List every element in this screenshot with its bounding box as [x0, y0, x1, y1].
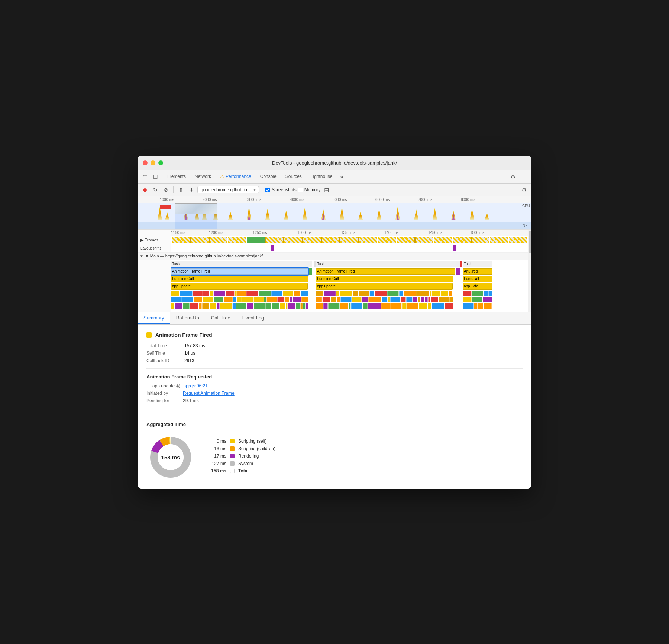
- self-time-label: Self Time: [146, 351, 180, 356]
- legend-label-1: Scripting (children): [238, 446, 275, 451]
- flame-section: Task Animation Frame Fired Function Call…: [138, 260, 528, 312]
- tab-event-log[interactable]: Event Log: [236, 312, 270, 324]
- fn-call-entry-3[interactable]: Func...all: [463, 276, 492, 282]
- frame-block: [471, 237, 489, 243]
- legend-color-2: [230, 454, 235, 458]
- app-js-link[interactable]: app.js:96:21: [184, 383, 208, 388]
- tab-network[interactable]: Network: [190, 170, 216, 183]
- tab-call-tree[interactable]: Call Tree: [205, 312, 236, 324]
- purple-block-2: [456, 268, 460, 275]
- legend-ms-1: 13 ms: [210, 446, 226, 451]
- flame-scrollbar[interactable]: [528, 230, 531, 312]
- tab-settings-area: ⚙ ⋮: [508, 172, 529, 181]
- task-red-2: [460, 261, 462, 267]
- traffic-lights: [143, 160, 163, 165]
- download-button[interactable]: ⬇: [187, 185, 196, 194]
- frame-block: [303, 237, 321, 243]
- request-animation-frame-link[interactable]: Request Animation Frame: [183, 391, 235, 396]
- fn-call-entry-2[interactable]: Function Call: [316, 276, 453, 282]
- legend-label-4: Total: [238, 468, 249, 474]
- app-update-entry-1[interactable]: app.update: [171, 283, 308, 290]
- device-icon[interactable]: ☐: [151, 172, 160, 181]
- frame-block: [265, 237, 284, 243]
- frames-content: [171, 236, 528, 244]
- frame-block: [490, 237, 508, 243]
- aggregated-body: 158 ms 0 ms Scripting (self) 13 ms Scrip…: [146, 433, 523, 481]
- inspect-icon[interactable]: ⬚: [140, 172, 149, 181]
- bottom-panel: Summary Bottom-Up Call Tree Event Log An…: [138, 312, 531, 489]
- network-throttle-icon[interactable]: ⊟: [322, 185, 331, 194]
- flame-chart-area: 1150 ms 1200 ms 1250 ms 1300 ms 1350 ms …: [138, 230, 531, 312]
- app-update-text: app.update @: [152, 383, 181, 388]
- flame-ruler-spacer: [138, 230, 171, 236]
- initiated-by-label: Initiated by: [146, 391, 180, 396]
- flame-tick-5: 1350 ms: [341, 231, 355, 235]
- memory-label: Memory: [304, 187, 320, 192]
- frame-block: [359, 237, 377, 243]
- animation-entry-3[interactable]: Ani...red: [463, 268, 492, 275]
- maximize-button[interactable]: [158, 160, 163, 165]
- tab-summary[interactable]: Summary: [138, 312, 170, 324]
- record-button[interactable]: ⏺: [140, 185, 149, 194]
- tab-performance[interactable]: ⚠ Performance: [216, 170, 256, 183]
- legend-ms-4: 158 ms: [210, 468, 226, 474]
- screenshots-checkbox[interactable]: [265, 188, 270, 192]
- scrollbar-thumb[interactable]: [529, 231, 531, 253]
- app-update-entry-2[interactable]: app.update: [316, 283, 453, 290]
- memory-checkbox-label[interactable]: Memory: [298, 187, 320, 192]
- titlebar: DevTools - googlechrome.github.io/devtoo…: [138, 156, 531, 170]
- memory-checkbox[interactable]: [298, 188, 303, 192]
- legend-color-1: [230, 446, 235, 451]
- frame-block: [509, 237, 527, 243]
- tab-lighthouse[interactable]: Lighthouse: [306, 170, 337, 183]
- legend-ms-3: 127 ms: [210, 461, 226, 466]
- app-update-entry-3[interactable]: app...ate: [463, 283, 492, 290]
- legend-label-3: System: [238, 461, 253, 466]
- task-entry-2[interactable]: Task: [316, 261, 461, 267]
- legend-system: 127 ms System: [210, 461, 275, 466]
- settings-gear-icon[interactable]: ⚙: [508, 172, 517, 181]
- tab-elements[interactable]: Elements: [163, 170, 190, 183]
- app-update-row: app.update @ app.js:96:21: [146, 383, 523, 388]
- fn-call-entry-1[interactable]: Function Call: [171, 276, 308, 282]
- screenshot-preview: [175, 203, 217, 214]
- ruler-tick-4: 4000 ms: [290, 198, 304, 202]
- frames-track-row: ▶ Frames: [138, 236, 528, 244]
- self-time-value: 14 μs: [184, 351, 195, 356]
- summary-divider-2: [146, 409, 523, 409]
- more-tabs-button[interactable]: »: [337, 173, 346, 180]
- frames-label: ▶ Frames: [138, 236, 171, 244]
- pending-for-value: 29.1 ms: [183, 398, 199, 403]
- task-entry-3[interactable]: Task: [463, 261, 492, 267]
- animation-entry-1[interactable]: Animation Frame Fired: [171, 268, 308, 275]
- screenshots-checkbox-label[interactable]: Screenshots: [265, 187, 297, 192]
- frame-block: [340, 237, 358, 243]
- scripting-detail-2: [316, 290, 453, 311]
- timeline-graph[interactable]: CPU NET: [138, 203, 531, 229]
- tab-bottom-up[interactable]: Bottom-Up: [170, 312, 205, 324]
- reload-button[interactable]: ↻: [151, 185, 160, 194]
- main-expand-arrow[interactable]: ▼: [140, 254, 143, 258]
- minimize-button[interactable]: [151, 160, 155, 165]
- scripting-detail-1: [171, 290, 308, 311]
- url-display: googlechrome.github.io ... ▾: [197, 186, 259, 193]
- more-options-icon[interactable]: ⋮: [520, 172, 529, 181]
- animation-entry-2[interactable]: Animation Frame Fired: [316, 268, 455, 275]
- legend-rendering: 17 ms Rendering: [210, 453, 275, 459]
- tab-sources[interactable]: Sources: [281, 170, 306, 183]
- donut-chart: 158 ms: [146, 433, 195, 481]
- performance-toolbar: ⏺ ↻ ⊘ ⬆ ⬇ googlechrome.github.io ... ▾ S…: [138, 184, 531, 196]
- url-chevron: ▾: [253, 187, 256, 192]
- settings-cog-icon[interactable]: ⚙: [520, 185, 529, 194]
- timeline-overview: 1000 ms 2000 ms 3000 ms 4000 ms 5000 ms …: [138, 196, 531, 230]
- upload-button[interactable]: ⬆: [177, 185, 185, 194]
- tab-console[interactable]: Console: [256, 170, 281, 183]
- ruler-tick-5: 5000 ms: [333, 198, 347, 202]
- close-button[interactable]: [143, 160, 148, 165]
- task-entry-1[interactable]: Task: [171, 261, 312, 267]
- clear-button[interactable]: ⊘: [161, 185, 170, 194]
- legend-ms-2: 17 ms: [210, 453, 226, 459]
- scripting-canvas-2: [316, 290, 453, 311]
- legend-label-2: Rendering: [238, 453, 259, 459]
- legend-scripting-children: 13 ms Scripting (children): [210, 446, 275, 451]
